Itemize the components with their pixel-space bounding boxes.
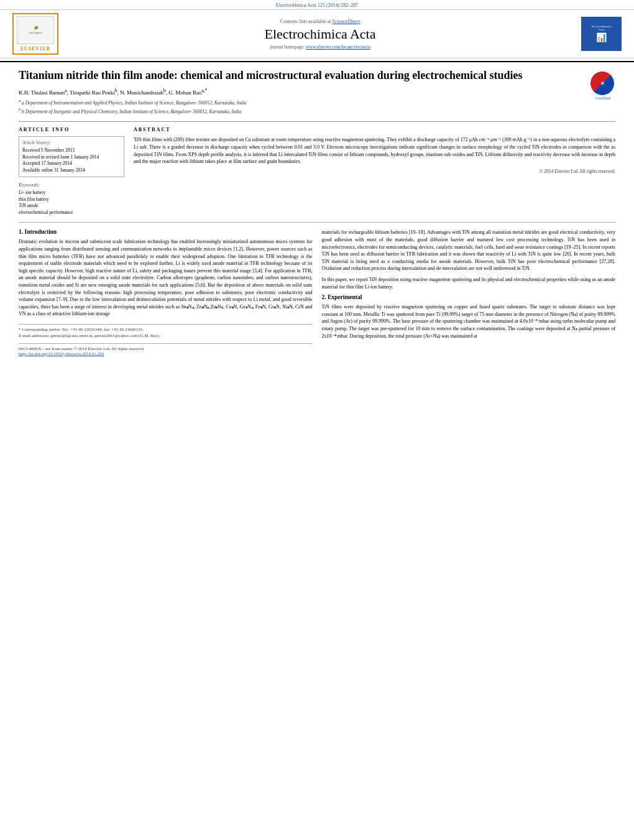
sciencedirect-link[interactable]: ScienceDirect [333,19,361,24]
body-left: 1. Introduction Dramatic evolution in mi… [19,229,313,356]
journal-logo-box: ElectrochimicaActa 📊 [581,17,622,51]
journal-name: Electrochimica Acta [68,26,572,42]
article-info-box: Article history: Received 5 November 201… [19,136,124,177]
sup-b2: b [163,88,166,93]
experimental-text: TiN films were deposited by reactive mag… [322,303,616,339]
sup-a-affil: a [19,98,21,103]
contents-label: Contents lists available at [280,19,331,24]
affil-b: b b Department of Inorganic and Physical… [19,107,581,114]
homepage-link[interactable]: www.elsevier.com/locate/electacta [306,44,370,50]
intro-heading: 1. Introduction [19,229,313,235]
sup-b1: b [115,88,117,93]
experimental-heading: 2. Experimental [322,294,616,300]
available-line: Available online 31 January 2014 [22,167,121,173]
keywords-label: Keywords: [19,182,124,188]
title-block: Titanium nitride thin film anode: chemic… [19,68,615,118]
footnote-corresponding: * Corresponding author. Tel.: +91 80 229… [19,327,313,332]
article-title: Titanium nitride thin film anode: chemic… [19,68,581,83]
journal-logo-right: ElectrochimicaActa 📊 [572,17,622,51]
authors-line: K.H. Thulasi Ramana, Tirupathi Rao Penki… [19,88,581,96]
copyright-line: © 2014 Elsevier Ltd. All rights reserved… [134,168,615,174]
title-text-area: Titanium nitride thin film anode: chemic… [19,68,581,118]
affiliations: a a Department of Instrumentation and Ap… [19,98,581,114]
footer-issn: 0013-4686/$ – see front matter © 2014 El… [19,346,313,351]
two-col-section: ARTICLE INFO Article history: Received 5… [19,121,615,216]
body-divider [19,222,615,223]
sup-a-star: a,* [201,88,207,93]
keywords-box: Keywords: Li- ion battery thin film batt… [19,182,124,215]
right-col: ABSTRACT TiN thin films with (200) fibre… [134,127,615,216]
affil-b-text: b Department of Inorganic and Physical C… [22,108,241,114]
authors-text: K.H. Thulasi Ramana, Tirupathi Rao Penki… [19,90,207,96]
accepted-line: Accepted 17 January 2014 [22,160,121,166]
journal-center: Contents lists available at ScienceDirec… [68,19,572,50]
body-right: materials for rechargeable lithium batte… [322,229,616,356]
article-area: Titanium nitride thin film anode: chemic… [0,62,634,362]
sup-b-affil: b [19,107,21,111]
homepage-label: journal homepage: [270,44,305,50]
footer-doi-link[interactable]: http://dx.doi.org/10.1016/j.electacta.20… [19,351,104,356]
elsevier-label: ELSEVIER [21,46,50,52]
page: Electrochimica Acta 125 (2014) 282–287 🌳… [0,0,634,840]
revised-line: Received in revised form 1 January 2014 [22,154,121,160]
keyword-3: TiN anode [19,203,124,208]
keyword-4: electrochemical performance [19,210,124,215]
history-label: Article history: [22,140,121,145]
footer-bar: 0013-4686/$ – see front matter © 2014 El… [19,343,313,356]
intro-text-content: Dramatic evolution in micron and submicr… [19,239,313,316]
intro-text: Dramatic evolution in micron and submicr… [19,238,313,318]
journal-header: Electrochimica Acta 125 (2014) 282–287 🌳… [0,0,634,62]
body-two-col: 1. Introduction Dramatic evolution in mi… [19,229,615,356]
footnote-email: E-mail addresses: gmrao@iap.iisc.ernet.i… [19,333,313,338]
keyword-1: Li- ion battery [19,190,124,195]
sup-a: a [65,88,67,93]
footer-doi: http://dx.doi.org/10.1016/j.electacta.20… [19,351,313,356]
crossmark-label: CrossMark [590,96,615,100]
elsevier-logo: 🌳 reed figure ELSEVIER [12,13,68,55]
affil-a-text: a Department of Instrumentation and Appl… [22,100,247,106]
citation-bar: Electrochimica Acta 125 (2014) 282–287 [0,0,634,10]
abstract-text: TiN thin films with (200) fibre texture … [134,136,615,165]
left-col: ARTICLE INFO Article history: Received 5… [19,127,124,216]
keyword-2: thin film battery [19,196,124,202]
article-info-label: ARTICLE INFO [19,127,124,132]
citation-text: Electrochimica Acta 125 (2014) 282–287 [276,2,358,8]
crossmark-icon: ✕ [600,81,605,86]
abstract-label: ABSTRACT [134,127,615,132]
footnote-email-text: E-mail addresses: gmrao@iap.iisc.ernet.i… [19,333,160,338]
right-body-text-1: materials for rechargeable lithium batte… [322,229,616,272]
right-body-text-2: In this paper, we report TiN deposition … [322,276,616,290]
received-line: Received 5 November 2013 [22,147,121,153]
affil-a: a a Department of Instrumentation and Ap… [19,98,581,106]
crossmark-badge: ✕ CrossMark [590,72,615,96]
footnote-area: * Corresponding author. Tel.: +91 80 229… [19,324,313,338]
